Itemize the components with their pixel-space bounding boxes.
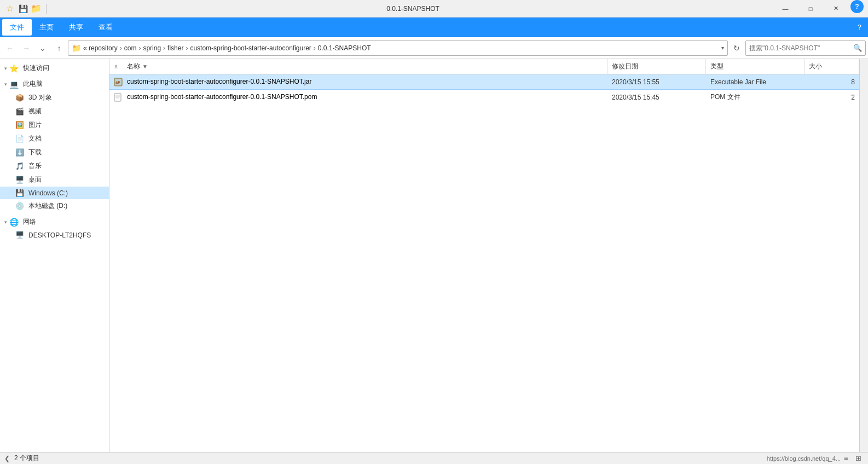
minimize-button[interactable]: —: [773, 0, 798, 18]
title-divider: [46, 4, 47, 14]
network-label: 网络: [23, 217, 36, 227]
sidebar-item-pictures[interactable]: 🖼️ 图片: [0, 118, 109, 132]
breadcrumb-item-com[interactable]: com: [124, 44, 137, 52]
sidebar-item-desktop-lt2hqfs[interactable]: 🖥️ DESKTOP-LT2HQFS: [0, 229, 109, 241]
sidebar-item-downloads[interactable]: ⬇️ 下载: [0, 146, 109, 159]
sidebar-section-quickaccess: ▾ ⭐ 快速访问: [0, 61, 109, 75]
sidebar-pictures-icon: 🖼️: [15, 121, 24, 129]
title-bar: ☆ 💾 📁 0.0.1-SNAPSHOT — □ ✕ ?: [0, 0, 868, 18]
help-button[interactable]: ?: [850, 0, 864, 13]
ribbon-tab-home[interactable]: 主页: [32, 19, 61, 36]
col-name-sort: ▼: [142, 63, 148, 69]
breadcrumb-item-fisher[interactable]: fisher: [167, 44, 183, 52]
window-icon-save: 💾: [18, 3, 28, 14]
sidebar-cdrive-label: Windows (C:): [28, 189, 68, 197]
file-type-jar: Executable Jar File: [706, 78, 805, 86]
sidebar-downloads-label: 下载: [28, 148, 42, 157]
ribbon-help-icon[interactable]: ?: [853, 21, 866, 33]
breadcrumb-item-spring[interactable]: spring: [143, 44, 161, 52]
sidebar-3dobjects-icon: 📦: [15, 94, 24, 102]
breadcrumb: « repository › com › spring › fisher › c…: [83, 44, 719, 52]
nav-back-button[interactable]: ←: [2, 40, 18, 56]
breadcrumb-sep-1: ›: [120, 44, 122, 52]
sidebar-item-videos[interactable]: 🎬 视频: [0, 105, 109, 118]
ribbon-tab-view[interactable]: 查看: [91, 19, 120, 36]
address-dropdown-icon[interactable]: ▾: [721, 45, 724, 51]
column-headers: ∧ 名称 ▼ 修改日期 类型 大小: [109, 59, 859, 74]
sidebar-item-3dobjects[interactable]: 📦 3D 对象: [0, 91, 109, 105]
table-row[interactable]: aF custom-spring-boot-starter-autoconfig…: [109, 74, 859, 90]
sidebar-thispc-header[interactable]: ▾ 💻 此电脑: [0, 77, 109, 91]
col-sort-up[interactable]: ∧: [109, 63, 123, 70]
nav-forward-button[interactable]: →: [19, 40, 34, 56]
network-icon: 🌐: [9, 218, 19, 227]
breadcrumb-sep-3: ›: [163, 44, 165, 52]
sidebar-item-music[interactable]: 🎵 音乐: [0, 159, 109, 173]
col-header-type[interactable]: 类型: [706, 59, 805, 74]
breadcrumb-sep-5: ›: [314, 44, 316, 52]
maximize-button[interactable]: □: [798, 0, 823, 18]
col-header-date[interactable]: 修改日期: [607, 59, 706, 74]
status-grid-view-button[interactable]: ⊞: [853, 453, 864, 464]
sidebar-downloads-icon: ⬇️: [15, 148, 24, 156]
address-bar-row: ← → ⌄ ↑ 📁 « repository › com › spring › …: [0, 37, 868, 59]
sidebar-music-icon: 🎵: [15, 162, 24, 170]
sidebar-desktop-lt2hqfs-icon: 🖥️: [15, 231, 24, 239]
sidebar-item-documents[interactable]: 📄 文档: [0, 132, 109, 146]
window-icon-folder: 📁: [31, 3, 42, 14]
svg-text:aF: aF: [115, 80, 120, 84]
content-area: ∧ 名称 ▼ 修改日期 类型 大小: [109, 59, 859, 452]
address-bar[interactable]: 📁 « repository › com › spring › fisher ›…: [68, 40, 728, 56]
search-box[interactable]: 🔍: [745, 40, 866, 56]
status-scroll-left[interactable]: ❮: [4, 455, 10, 462]
col-header-name[interactable]: 名称 ▼: [123, 59, 607, 74]
sidebar-3dobjects-label: 3D 对象: [28, 93, 52, 102]
table-row[interactable]: custom-spring-boot-starter-autoconfigure…: [109, 90, 859, 105]
sidebar-ddrive-label: 本地磁盘 (D:): [28, 201, 67, 211]
close-button[interactable]: ✕: [823, 0, 848, 18]
file-date-jar: 2020/3/15 15:55: [607, 78, 706, 86]
status-view-icons: ≡ ⊞: [841, 453, 864, 464]
file-list: aF custom-spring-boot-starter-autoconfig…: [109, 74, 859, 452]
nav-up-button[interactable]: ↑: [51, 40, 67, 56]
col-name-label: 名称: [127, 62, 140, 71]
col-header-size[interactable]: 大小: [805, 59, 859, 74]
refresh-button[interactable]: ↻: [729, 40, 744, 56]
nav-dropdown-button[interactable]: ⌄: [35, 40, 50, 56]
quickaccess-toggle: ▾: [4, 66, 7, 71]
sidebar-item-ddrive[interactable]: 💿 本地磁盘 (D:): [0, 199, 109, 213]
status-left: ❮ 2 个项目: [4, 454, 39, 463]
status-bar: ❮ 2 个项目 https://blog.csdn.net/qq_4... ≡ …: [0, 452, 868, 464]
file-size-jar: 8: [805, 78, 859, 86]
window-controls[interactable]: — □ ✕ ?: [773, 0, 864, 18]
window-icon-star: ☆: [4, 3, 15, 14]
window-title: 0.0.1-SNAPSHOT: [53, 5, 773, 13]
search-input[interactable]: [749, 44, 853, 52]
sidebar-cdrive-icon: 💾: [15, 189, 24, 197]
ribbon: 文件 主页 共享 查看 ?: [0, 18, 868, 37]
ribbon-tab-files[interactable]: 文件: [2, 19, 32, 36]
search-icon[interactable]: 🔍: [853, 44, 862, 52]
status-item-count: 2 个项目: [14, 454, 39, 463]
sidebar-documents-label: 文档: [28, 134, 42, 143]
sidebar-section-network: ▾ 🌐 网络 🖥️ DESKTOP-LT2HQFS: [0, 215, 109, 241]
breadcrumb-item-snapshot[interactable]: 0.0.1-SNAPSHOT: [318, 44, 371, 52]
thispc-label: 此电脑: [23, 79, 43, 89]
breadcrumb-item-autoconfigurer[interactable]: custom-spring-boot-starter-autoconfigure…: [190, 44, 311, 52]
sidebar-desktop-lt2hqfs-label: DESKTOP-LT2HQFS: [28, 231, 91, 239]
sidebar-item-cdrive[interactable]: 💾 Windows (C:): [0, 187, 109, 199]
ribbon-tab-share[interactable]: 共享: [61, 19, 91, 36]
sidebar-item-desktop[interactable]: 🖥️ 桌面: [0, 173, 109, 187]
breadcrumb-sep-4: ›: [186, 44, 188, 52]
sidebar: ▾ ⭐ 快速访问 ▾ 💻 此电脑 📦 3D 对象 🎬 视频 🖼️ 图片: [0, 59, 109, 452]
sidebar-quickaccess-header[interactable]: ▾ ⭐ 快速访问: [0, 61, 109, 75]
main-layout: ▾ ⭐ 快速访问 ▾ 💻 此电脑 📦 3D 对象 🎬 视频 🖼️ 图片: [0, 59, 868, 452]
quickaccess-label: 快速访问: [23, 63, 49, 73]
vertical-scrollbar[interactable]: [859, 59, 868, 452]
status-list-view-button[interactable]: ≡: [841, 453, 852, 464]
file-name-jar: aF custom-spring-boot-starter-autoconfig…: [109, 77, 607, 86]
sidebar-network-header[interactable]: ▾ 🌐 网络: [0, 215, 109, 229]
breadcrumb-item-repository[interactable]: « repository: [83, 44, 118, 52]
col-type-label: 类型: [710, 62, 724, 71]
title-bar-icons: ☆ 💾 📁: [4, 3, 53, 14]
